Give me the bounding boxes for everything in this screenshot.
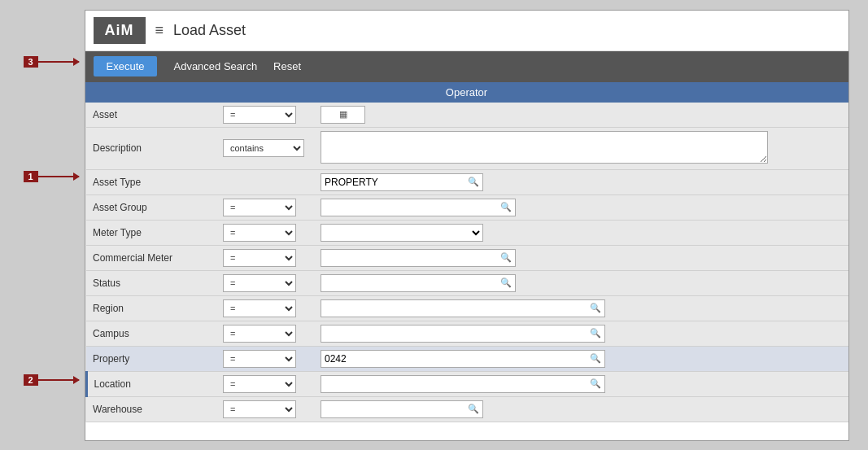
campus-operator-select[interactable]: = [223,325,296,343]
property-operator-select[interactable]: = [223,350,296,368]
status-search-icon[interactable]: 🔍 [497,277,515,288]
asset-group-operator-cell: = [216,194,314,220]
meter-type-value-cell [314,220,848,245]
warehouse-label: Warehouse [86,396,216,422]
commercial-meter-operator-select[interactable]: = [223,249,296,267]
property-input[interactable] [321,351,587,367]
commercial-meter-value-cell: 🔍 [314,245,848,270]
campus-search-icon[interactable]: 🔍 [587,328,604,339]
region-search-icon[interactable]: 🔍 [587,303,604,313]
property-value-cell: 🔍 [314,346,848,371]
region-row: Region = 🔍 [86,295,848,321]
advanced-search-button[interactable]: Advanced Search [173,60,257,72]
title-bar: AiM ≡ Load Asset [85,11,848,51]
location-operator-cell: = [216,371,314,396]
meter-type-operator-select[interactable]: = [223,224,296,242]
step3-indicator: 3 [24,56,79,68]
campus-input-container: 🔍 [321,325,605,343]
asset-group-input-container: 🔍 [321,199,516,216]
location-input[interactable] [321,376,587,392]
region-operator-cell: = [216,295,314,321]
reset-button[interactable]: Reset [273,60,301,72]
asset-operator-cell: = [216,103,314,128]
step2-badge: 2 [24,374,38,386]
content-area: Operator Asset = ▦ [85,82,848,422]
asset-type-row: Asset Type 🔍 [86,169,848,194]
region-input-container: 🔍 [321,299,605,317]
asset-label: Asset [86,103,216,128]
status-label: Status [86,270,216,295]
page-title: Load Asset [173,22,246,39]
warehouse-input[interactable] [321,401,465,417]
location-value-cell: 🔍 [314,371,848,396]
region-input[interactable] [321,300,587,317]
commercial-meter-operator-cell: = [216,245,314,270]
region-label: Region [86,295,216,321]
region-operator-select[interactable]: = [223,299,296,317]
campus-operator-cell: = [216,321,314,346]
execute-button[interactable]: Execute [94,56,158,76]
property-input-container: 🔍 [321,350,605,368]
aim-logo: AiM [94,17,146,44]
status-input[interactable] [321,275,497,291]
asset-row: Asset = ▦ [86,103,848,128]
hamburger-icon[interactable]: ≡ [155,22,164,39]
toolbar: Execute Advanced Search Reset [85,51,848,82]
property-search-icon[interactable]: 🔍 [587,353,604,364]
commercial-meter-label: Commercial Meter [86,245,216,270]
asset-group-search-icon[interactable]: 🔍 [497,202,515,212]
asset-type-label: Asset Type [86,169,216,194]
location-input-container: 🔍 [321,375,605,393]
status-input-container: 🔍 [321,274,516,292]
step3-badge: 3 [24,56,38,68]
asset-type-input-container: 🔍 [321,173,483,191]
asset-group-input[interactable] [321,199,497,216]
meter-type-dropdown-container [321,224,483,242]
commercial-meter-row: Commercial Meter = 🔍 [86,245,848,270]
asset-type-search-icon[interactable]: 🔍 [465,177,482,187]
warehouse-search-icon[interactable]: 🔍 [465,404,482,414]
asset-group-label: Asset Group [86,194,216,220]
region-value-cell: 🔍 [314,295,848,321]
step1-badge: 1 [24,171,38,182]
meter-type-select[interactable] [321,225,482,241]
commercial-meter-input-container: 🔍 [321,249,516,267]
status-operator-cell: = [216,270,314,295]
location-operator-select[interactable]: = [223,375,296,393]
search-form: Asset = ▦ Description [85,103,848,422]
campus-row: Campus = 🔍 [86,321,848,346]
asset-value-cell: ▦ [314,103,848,128]
warehouse-operator-cell: = [216,396,314,422]
commercial-meter-search-icon[interactable]: 🔍 [497,252,515,263]
meter-type-operator-cell: = [216,220,314,245]
property-label: Property [86,346,216,371]
location-search-icon[interactable]: 🔍 [587,378,604,389]
warehouse-row: Warehouse = 🔍 [86,396,848,422]
description-textarea[interactable] [321,131,768,164]
status-operator-select[interactable]: = [223,274,296,292]
asset-type-operator-cell [216,169,314,194]
description-operator-cell: contains = [216,127,314,169]
description-operator-select[interactable]: contains = [223,139,304,157]
status-row: Status = 🔍 [86,270,848,295]
asset-group-operator-select[interactable]: = [223,199,296,216]
campus-input[interactable] [321,325,587,342]
asset-input-container: ▦ [321,106,365,124]
location-row: Location = 🔍 [86,371,848,396]
warehouse-operator-select[interactable]: = [223,400,296,418]
campus-label: Campus [86,321,216,346]
campus-value-cell: 🔍 [314,321,848,346]
step1-indicator: 1 [24,171,79,182]
property-row: Property = 🔍 [86,346,848,371]
asset-type-input[interactable] [321,174,465,190]
property-operator-cell: = [216,346,314,371]
asset-group-row: Asset Group = 🔍 [86,194,848,220]
asset-group-value-cell: 🔍 [314,194,848,220]
commercial-meter-input[interactable] [321,250,497,266]
asset-type-value-cell: 🔍 [314,169,848,194]
description-row: Description contains = [86,127,848,169]
asset-browse-icon[interactable]: ▦ [321,109,364,120]
asset-operator-select[interactable]: = [223,106,296,124]
step2-indicator: 2 [24,374,79,386]
warehouse-value-cell: 🔍 [314,396,848,422]
